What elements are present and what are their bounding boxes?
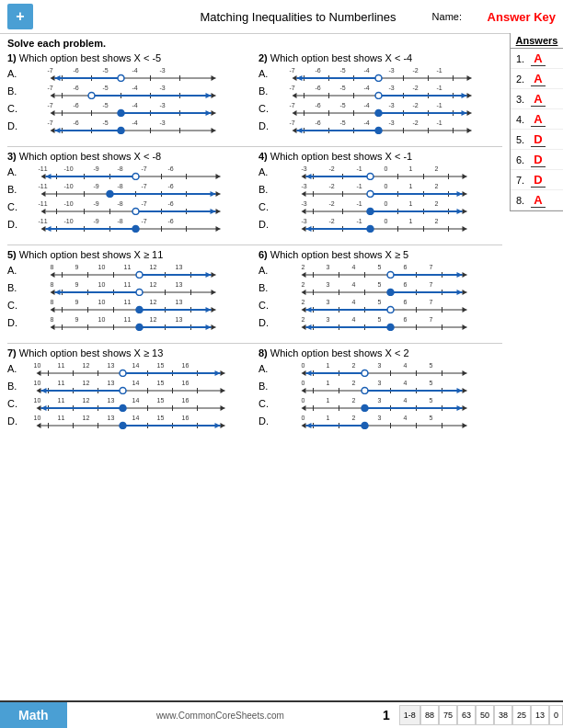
svg-text:2: 2 (302, 281, 305, 288)
svg-text:4: 4 (352, 316, 356, 323)
score-38: 38 (494, 705, 512, 725)
svg-marker-39 (51, 110, 55, 116)
svg-marker-170 (41, 191, 46, 197)
svg-point-582 (362, 423, 368, 429)
svg-text:-7: -7 (48, 119, 53, 126)
numberline-6c: 2 3 4 5 6 7 (275, 297, 502, 313)
svg-text:-3: -3 (302, 218, 307, 224)
problem-7-option-b: B. 10 11 12 13 14 15 16 (7, 378, 251, 394)
svg-marker-491 (41, 405, 47, 411)
svg-text:9: 9 (75, 264, 79, 270)
svg-point-122 (375, 110, 382, 117)
svg-marker-451 (215, 370, 221, 376)
answers-panel: Answers 1. A 2. A 3. A 4. A 5. D 6. D 7.… (510, 33, 563, 211)
svg-text:1: 1 (409, 218, 413, 224)
svg-text:16: 16 (182, 415, 190, 421)
svg-text:6: 6 (404, 264, 408, 270)
svg-marker-251 (457, 191, 463, 197)
svg-text:-1: -1 (357, 218, 362, 224)
numberline-5a: 8 9 10 11 12 13 (24, 262, 251, 279)
svg-text:5: 5 (430, 362, 433, 369)
svg-text:12: 12 (150, 299, 157, 305)
score-25: 25 (512, 705, 531, 725)
svg-text:12: 12 (83, 397, 90, 404)
svg-text:14: 14 (132, 397, 140, 404)
svg-text:-7: -7 (48, 67, 53, 74)
svg-text:-3: -3 (160, 119, 166, 126)
svg-text:12: 12 (150, 264, 157, 270)
svg-text:1: 1 (409, 183, 413, 189)
problem-5: 5) Which option best shows X ≥ 11 A. 8 9… (7, 249, 251, 332)
svg-text:-1: -1 (437, 85, 442, 91)
svg-point-546 (362, 388, 368, 394)
problem-8-option-a: A. 0 1 2 3 4 5 (259, 360, 502, 377)
svg-marker-132 (467, 128, 472, 133)
svg-point-62 (118, 128, 124, 134)
numberline-5c: 8 9 10 11 12 13 (24, 297, 251, 313)
svg-marker-547 (457, 388, 463, 393)
svg-text:-4: -4 (364, 85, 370, 91)
svg-text:-2: -2 (329, 183, 335, 189)
svg-text:11: 11 (58, 380, 65, 386)
numberline-8a: 0 1 2 3 4 5 (275, 360, 502, 377)
svg-text:4: 4 (352, 299, 356, 305)
numberline-4d: -3 -2 -1 0 1 2 (275, 216, 502, 233)
svg-text:-7: -7 (290, 67, 295, 74)
numberline-2d: -7 -6 -5 -4 -3 -2 -1 (275, 118, 502, 134)
svg-marker-350 (51, 324, 55, 330)
svg-point-232 (367, 174, 373, 180)
svg-text:10: 10 (98, 299, 106, 305)
problem-2-option-c: C. -7 -6 -5 -4 -3 -2 -1 (259, 100, 502, 117)
svg-point-82 (375, 75, 382, 82)
svg-text:4: 4 (352, 281, 356, 288)
problem-7-option-c: C. 10 11 12 13 14 15 16 (7, 395, 251, 412)
svg-marker-519 (463, 370, 467, 376)
svg-text:1: 1 (327, 380, 330, 386)
svg-text:2: 2 (435, 200, 439, 207)
svg-marker-296 (51, 272, 55, 278)
svg-text:-5: -5 (103, 85, 109, 91)
svg-marker-242 (302, 191, 306, 197)
problem-4-option-a: A. -3 -2 -1 0 1 2 (259, 164, 502, 180)
problem-7-question: 7) Which option best shows X ≥ 13 (7, 347, 251, 358)
svg-marker-54 (212, 128, 216, 133)
svg-text:7: 7 (430, 264, 433, 270)
score-range: 1-8 (399, 705, 420, 725)
svg-text:14: 14 (132, 380, 140, 386)
svg-text:5: 5 (378, 316, 382, 323)
svg-text:-4: -4 (132, 67, 138, 74)
svg-text:-4: -4 (364, 119, 370, 126)
svg-marker-31 (206, 93, 212, 98)
svg-point-322 (136, 290, 143, 296)
problem-1-question: 1) Which option best shows X < -5 (7, 52, 251, 63)
footer-scores: 1-8 88 75 63 50 38 25 13 0 (399, 705, 563, 725)
svg-text:-3: -3 (302, 183, 307, 189)
svg-text:6: 6 (404, 281, 408, 288)
svg-marker-331 (212, 307, 216, 313)
svg-marker-556 (302, 405, 306, 411)
problem-6-option-b: B. 2 3 4 5 6 7 (259, 279, 502, 296)
svg-marker-259 (463, 209, 467, 214)
svg-text:0: 0 (385, 183, 388, 189)
problem-7-option-a: A. 10 11 12 13 14 15 16 (7, 360, 251, 377)
problem-6-option-d: D. 2 3 4 5 6 7 (259, 314, 502, 331)
svg-marker-187 (216, 209, 221, 214)
numberline-2b: -7 -6 -5 -4 -3 -2 -1 (275, 83, 502, 99)
problem-1-option-d: D. -7 -6 -5 -4 -3 (7, 118, 251, 134)
footer-math-label: Math (0, 702, 67, 728)
svg-text:-2: -2 (329, 165, 335, 172)
problem-1-option-b: B. -7 -6 -5 -4 -3 (7, 83, 251, 99)
svg-text:12: 12 (150, 316, 157, 323)
svg-point-14 (118, 75, 124, 82)
problem-7: 7) Which option best shows X ≥ 13 A. 10 … (7, 347, 251, 430)
problem-4-question: 4) Which option best shows X < -1 (259, 151, 502, 162)
svg-text:-7: -7 (290, 85, 295, 91)
svg-text:2: 2 (302, 299, 305, 305)
answer-item-2: 2. A (511, 69, 563, 89)
svg-text:-2: -2 (413, 119, 419, 126)
svg-text:-2: -2 (329, 200, 335, 207)
numberline-1a: -7 -6 -5 -4 -3 (24, 65, 251, 82)
footer-url: www.CommonCoreSheets.com (67, 711, 373, 721)
svg-marker-277 (463, 226, 467, 232)
divider-1 (7, 146, 502, 147)
